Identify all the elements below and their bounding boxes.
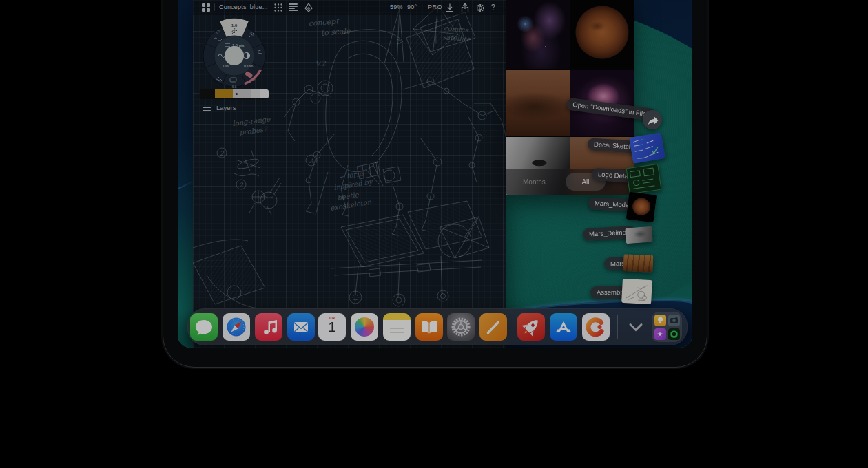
dock-divider <box>513 315 513 339</box>
palette-white[interactable] <box>260 89 269 98</box>
notes-line <box>390 332 404 333</box>
pro-badge[interactable]: PRO <box>428 3 442 10</box>
concepts-window[interactable]: concept to scale comms satellite V.2 lon… <box>193 0 506 348</box>
apps-grid-icon[interactable] <box>202 3 210 12</box>
layer-stack-icon[interactable] <box>289 3 298 11</box>
music-icon <box>255 313 282 341</box>
calendar-day: 1 <box>318 319 346 335</box>
app-store-icon <box>550 313 577 341</box>
rocket-icon <box>517 313 545 341</box>
tool-wheel[interactable]: 1.6 1.6 pts 0% 100% 1.3 3.5 14.5 6.8 <box>200 17 269 90</box>
photo-thumbnail-orion-nebula[interactable] <box>570 70 634 136</box>
palette-gray[interactable] <box>233 89 251 98</box>
dock-calendar[interactable]: Tue 1 <box>318 313 346 341</box>
mail-icon <box>287 313 315 341</box>
zoom-level[interactable]: 59% <box>390 3 403 10</box>
layers-menu-icon <box>203 105 211 111</box>
camera-mini-icon <box>668 315 680 326</box>
messages-icon <box>190 313 218 341</box>
photo-thumbnail-nebula[interactable] <box>506 0 570 69</box>
import-icon[interactable] <box>445 3 455 13</box>
dock-rocket[interactable] <box>517 313 545 341</box>
marketing-canvas: concept to scale comms satellite V.2 lon… <box>0 0 868 468</box>
note-marker-2a: 2 <box>220 150 225 157</box>
toolbar-divider <box>214 3 215 11</box>
toolbar-divider <box>422 3 422 11</box>
dock-c-draw-app[interactable] <box>582 313 610 341</box>
note-to-scale: to scale <box>320 26 351 38</box>
wheel-center-button[interactable] <box>225 46 244 65</box>
pen-nib-icon[interactable] <box>304 3 313 12</box>
dock-collapse-chevron-icon[interactable] <box>628 323 644 332</box>
dock-notes[interactable] <box>383 313 411 341</box>
dock-sketch-pen[interactable] <box>479 313 507 341</box>
green-ring-mini-icon <box>668 328 680 340</box>
itunes-store-mini-icon: ★ <box>654 328 666 340</box>
dock-app-store[interactable] <box>550 313 577 341</box>
opacity-min-label: 0% <box>223 64 229 68</box>
concepts-toolbar: Concepts_blue... 59% 90° PRO <box>193 0 506 15</box>
pen-icon <box>479 313 507 341</box>
dock-mail[interactable] <box>287 313 315 341</box>
note-version: V.2 <box>315 59 326 67</box>
size-6-8: 6.8 <box>232 85 237 89</box>
dock-app-cluster[interactable]: ★ <box>652 312 682 342</box>
tips-mini-icon <box>654 315 666 326</box>
help-button[interactable]: ? <box>491 3 495 11</box>
photos-window[interactable]: Months All <box>506 0 634 195</box>
palette-black[interactable] <box>200 89 215 98</box>
opacity-max-label: 100% <box>243 64 253 68</box>
palette-light-gray[interactable] <box>251 89 260 98</box>
dock-safari[interactable] <box>223 313 250 341</box>
safari-icon <box>223 313 250 341</box>
note-concept: concept <box>308 17 340 28</box>
notes-line <box>390 328 404 329</box>
note-marker-2b: 2 <box>239 182 244 189</box>
dock-photos[interactable] <box>351 313 378 341</box>
dots-grid-icon[interactable] <box>273 3 283 12</box>
stroke-size-label: 1.6 pts <box>232 43 245 47</box>
note-probes: probes? <box>238 125 269 137</box>
filter-months[interactable]: Months <box>523 178 546 186</box>
note-exoskeleton: exoskeleton <box>330 198 373 212</box>
layers-panel-toggle[interactable]: Layers <box>203 104 236 111</box>
photos-flower-icon <box>355 317 374 337</box>
rotation-angle[interactable]: 90° <box>407 3 417 10</box>
layers-label: Layers <box>216 104 236 111</box>
star-glyph: ★ <box>654 329 666 339</box>
dock-music[interactable] <box>255 313 282 341</box>
ipad-screen: concept to scale comms satellite V.2 lon… <box>178 0 692 348</box>
wallpaper-left-edge <box>178 0 193 348</box>
c-swirl-icon <box>582 313 610 341</box>
note-marker-a: A <box>309 158 314 164</box>
books-icon <box>415 313 443 341</box>
settings-gear-icon[interactable] <box>475 3 486 13</box>
dock: Tue 1 <box>187 308 688 345</box>
filter-all-selected[interactable]: All <box>566 173 606 191</box>
photo-thumbnail-mars-globe[interactable] <box>570 0 634 69</box>
dock-divider <box>617 315 618 339</box>
palette-gold[interactable] <box>215 89 233 98</box>
settings-gear-icon <box>447 313 475 341</box>
palette-selected-dot <box>236 93 238 95</box>
dock-messages[interactable] <box>190 313 218 341</box>
selected-size-label: 1.6 <box>231 23 238 28</box>
share-export-icon[interactable] <box>460 3 470 13</box>
color-palette-strip[interactable] <box>200 89 269 98</box>
dock-books[interactable] <box>415 313 443 341</box>
document-title[interactable]: Concepts_blue... <box>219 3 268 10</box>
dock-settings[interactable] <box>447 313 475 341</box>
photo-thumbnail-mars-landscape[interactable] <box>506 70 570 136</box>
photos-filter-bar: Months All <box>506 169 634 195</box>
